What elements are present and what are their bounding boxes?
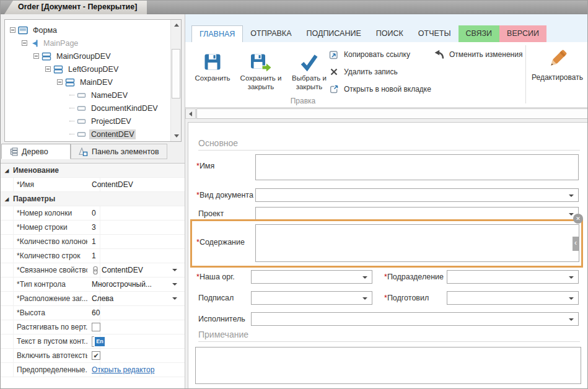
delete-record-button[interactable]: Удалить запись <box>329 66 398 78</box>
scroll-down-button[interactable] <box>171 131 182 141</box>
ribbon-tab-send[interactable]: ОТПРАВКА <box>243 25 299 42</box>
dropdown-arrow-icon[interactable] <box>172 269 177 271</box>
property-row[interactable]: *Связанное свойство ContentDEV <box>1 263 185 278</box>
undo-changes-button[interactable]: Отменить изменения <box>434 48 522 61</box>
tree-item-forma[interactable]: Форма <box>5 24 170 37</box>
property-label: Предопределенные... <box>1 365 87 374</box>
checkbox-unchecked[interactable] <box>92 323 100 331</box>
section-title-notes: Примечание <box>198 330 248 339</box>
field-label-prepared: *Подготовил <box>384 294 429 302</box>
tab-elements-panel[interactable]: Панель элементов <box>71 144 167 159</box>
tree-expander-icon[interactable] <box>22 40 27 46</box>
property-row[interactable]: Растягивать по верт... <box>1 320 185 334</box>
ribbon-tab-search[interactable]: ПОИСК <box>369 25 411 42</box>
tree-item-projectdev[interactable]: ProjectDEV <box>5 115 170 128</box>
property-row[interactable]: Предопределенные... Открыть редактор <box>1 363 185 377</box>
property-row[interactable]: *Количество строк 1 <box>1 249 185 263</box>
ribbon-tab-versions[interactable]: ВЕРСИИ <box>499 25 546 42</box>
prepared-by-dropdown[interactable] <box>447 291 579 305</box>
button-label: Редактировать <box>532 73 583 82</box>
open-editor-link[interactable]: Открыть редактор <box>92 365 154 374</box>
field-label-signed: Подписал <box>198 294 234 302</box>
group-icon <box>53 65 63 74</box>
our-org-dropdown[interactable] <box>251 270 372 284</box>
close-selection-badge[interactable]: ✕ <box>573 214 583 224</box>
tab-tree[interactable]: Дерево <box>1 144 71 159</box>
edit-button[interactable]: Редактировать <box>529 45 586 102</box>
signed-by-dropdown[interactable] <box>251 291 372 305</box>
tree-scrollbar[interactable] <box>170 20 181 141</box>
horizontal-scrollbar[interactable] <box>185 108 588 119</box>
property-row[interactable]: *Имя ContentDEV <box>1 178 185 192</box>
ribbon-tab-reports[interactable]: ОТЧЕТЫ <box>411 25 459 42</box>
property-row[interactable]: Включить автотексты ✔ <box>1 349 185 363</box>
tree-expander-icon[interactable] <box>57 79 63 85</box>
property-row[interactable]: *Расположение заг... Слева <box>1 292 185 306</box>
tree-item-label: MainPage <box>42 38 80 48</box>
scroll-left-button[interactable] <box>185 108 196 119</box>
property-value[interactable]: 0 <box>87 209 185 217</box>
collapse-handle[interactable]: ‹ <box>573 237 579 251</box>
executor-dropdown[interactable] <box>251 312 579 326</box>
name-input[interactable] <box>255 154 579 180</box>
tree-item-leftgroupdev[interactable]: LeftGroupDEV <box>5 63 170 76</box>
property-value[interactable]: 1 <box>87 251 185 260</box>
section-expander-icon[interactable]: ◢ <box>1 168 13 173</box>
property-value: ContentDEV <box>102 266 143 274</box>
property-value[interactable]: 3 <box>87 223 185 232</box>
property-row[interactable]: Текст в пустом конт... En <box>1 334 185 349</box>
copy-link-button[interactable]: Копировать ссылку <box>329 48 410 61</box>
property-section[interactable]: ◢ Параметры <box>1 192 185 206</box>
scroll-up-button[interactable] <box>171 20 182 30</box>
department-dropdown[interactable] <box>447 270 579 284</box>
ribbon-tab-links[interactable]: СВЯЗИ <box>459 25 500 42</box>
tree-item-maindev[interactable]: MainDEV <box>5 76 170 89</box>
tree-connector <box>69 134 74 134</box>
property-value[interactable]: ContentDEV <box>87 180 185 189</box>
tree-item-contentdev[interactable]: ContentDEV <box>5 128 170 141</box>
property-label: *Связанное свойство <box>1 266 87 274</box>
property-section[interactable]: ◢ Именование <box>1 164 185 178</box>
dropdown-arrow-icon[interactable] <box>172 283 177 286</box>
tree-expander-icon[interactable] <box>10 27 15 33</box>
property-row[interactable]: *Тип контрола Многострочный... <box>1 278 185 292</box>
notes-textarea[interactable] <box>195 347 581 384</box>
save-icon <box>189 45 236 71</box>
ribbon-tab-signing[interactable]: ПОДПИСАНИЕ <box>299 25 368 42</box>
control-icon <box>77 91 86 100</box>
tree-item-maingroupdev[interactable]: MainGroupDEV <box>5 50 170 63</box>
tree-item-documentkinddev[interactable]: DocumentKindDEV <box>5 102 170 115</box>
property-dropdown[interactable]: ContentDEV <box>87 266 185 275</box>
property-row[interactable]: *Номер колонки 0 <box>1 206 185 221</box>
scrollbar-thumb[interactable] <box>172 49 180 98</box>
property-value[interactable]: 1 <box>87 237 185 246</box>
dropdown-arrow-icon[interactable] <box>172 297 177 300</box>
property-row[interactable]: *Количество колонок 1 <box>1 235 185 249</box>
section-expander-icon[interactable]: ◢ <box>1 196 13 202</box>
field-label-content: *Содержание <box>196 238 245 247</box>
tree-item-mainpage[interactable]: MainPage <box>5 37 170 50</box>
open-new-tab-button[interactable]: Открыть в новой вкладке <box>329 83 431 95</box>
property-dropdown[interactable]: Многострочный... <box>87 280 185 289</box>
tree-view-icon <box>9 147 18 156</box>
dropdown-arrow-icon <box>362 276 367 279</box>
tree-item-namedev[interactable]: NameDEV <box>5 89 170 102</box>
document-kind-dropdown[interactable] <box>255 188 579 202</box>
scrollbar-thumb[interactable] <box>196 108 588 119</box>
window-title-tab[interactable]: Order [Документ - Перекрытие] <box>4 1 147 14</box>
ribbon-tab-main[interactable]: ГЛАВНАЯ <box>191 25 243 42</box>
project-dropdown[interactable] <box>255 207 579 221</box>
property-row[interactable]: *Номер строки 3 <box>1 221 185 235</box>
save-and-close-button[interactable]: Сохранить и закрыть <box>237 45 284 100</box>
content-textarea[interactable] <box>255 224 579 262</box>
language-en-badge[interactable]: En <box>95 337 105 346</box>
save-button[interactable]: Сохранить <box>189 45 236 100</box>
property-row[interactable]: *Высота 60 <box>1 306 185 320</box>
property-dropdown[interactable]: Слева <box>87 294 185 303</box>
tree-expander-icon[interactable] <box>45 66 51 72</box>
tree-expander-icon[interactable] <box>33 53 39 59</box>
select-and-close-button[interactable]: Выбрать и закрыть <box>286 45 333 100</box>
property-value[interactable]: 60 <box>87 308 185 317</box>
field-label-name: *Имя <box>196 162 214 170</box>
checkbox-checked[interactable]: ✔ <box>92 351 100 360</box>
